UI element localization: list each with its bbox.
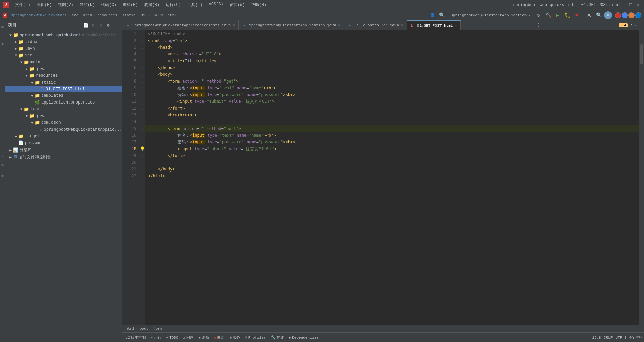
browser-icon2[interactable] (622, 12, 628, 18)
tab-app[interactable]: ☕ SpringbootWebQuickstartApplication.jav… (239, 20, 344, 30)
git-button[interactable]: 👤 (429, 11, 437, 19)
fold-21[interactable]: ⌄ (139, 166, 145, 173)
browser-chrome-icon[interactable] (615, 12, 621, 18)
tree-item-root[interactable]: ▼ 📁 springboot-web-quickstart D:\csdn\sp… (5, 32, 122, 39)
tree-item-extlib[interactable]: ▶ 📊 外部库 (5, 146, 122, 154)
tab-more-button[interactable]: ⋮ (535, 20, 543, 30)
translate-button[interactable]: A (585, 11, 593, 19)
code-line-19[interactable]: </form> (145, 152, 639, 159)
sidebar-close-icon[interactable]: ─ (112, 22, 119, 29)
tab-settings-icon[interactable]: ⋮ (638, 23, 642, 28)
browser-icon4[interactable] (635, 12, 641, 18)
tab-getpost[interactable]: 🗋 01.GET-POST.html ✕ (407, 20, 461, 30)
scrollbar-thumb[interactable] (640, 44, 643, 64)
breadcrumb-src[interactable]: src (72, 13, 79, 17)
tree-item-static[interactable]: ▼ 📁 static (5, 79, 122, 86)
expand-all-icon[interactable]: ⊞ (90, 22, 97, 29)
fold-22[interactable]: ⌄ (139, 173, 145, 179)
debug-button[interactable]: 🐛 (563, 11, 571, 19)
code-line-14[interactable] (145, 118, 639, 125)
fold-6[interactable]: ⌄ (139, 64, 145, 71)
tab-close-app[interactable]: ✕ (338, 23, 341, 27)
code-line-21[interactable]: </body> (145, 166, 639, 173)
menu-build[interactable]: 构建(B) (142, 1, 163, 8)
profile-button[interactable]: U (604, 11, 612, 19)
code-line-7[interactable]: <body> (145, 71, 639, 78)
refresh-button[interactable]: ↻ (535, 11, 543, 19)
problems-button[interactable]: ⚠ 问题 (181, 334, 196, 341)
run-button[interactable]: ▶ (554, 11, 562, 19)
search2-button[interactable]: 🔍 (595, 11, 603, 19)
sidebar-settings-icon[interactable]: ⚙ (105, 22, 112, 29)
code-line-10[interactable]: 密码： < input type = "password" name = "pa… (145, 91, 639, 98)
tree-item-getpost[interactable]: 🗋 01.GET-POST.html (5, 86, 122, 92)
code-line-1[interactable]: <!DOCTYPE html> (145, 30, 639, 37)
stop-button[interactable]: ■ (573, 11, 581, 19)
fold-12[interactable]: ⌄ (139, 105, 145, 112)
tree-item-java[interactable]: ▶ 📁 java (5, 66, 122, 72)
tree-item-pomxml[interactable]: 📄 pom.xml (5, 140, 122, 146)
code-line-2[interactable]: <html lang = "en" > (145, 37, 639, 44)
build-button[interactable]: 🔨 (544, 11, 552, 19)
code-line-9[interactable]: 姓名： < input type = "text" name = "name" … (145, 85, 639, 91)
fold-2[interactable]: ⌄ (139, 37, 145, 44)
fold-8[interactable]: ⌄ (139, 78, 145, 85)
breadcrumb-resources[interactable]: resources (97, 13, 117, 17)
collapse-all-icon[interactable]: ⊟ (98, 22, 104, 29)
warning-up-icon[interactable]: ∧ (630, 23, 633, 28)
version-control-button[interactable]: ⎇ 版本控制 (124, 334, 148, 341)
bc-html[interactable]: html (126, 327, 134, 331)
tree-item-tmpfiles[interactable]: ▶ 🖥 临时文件和控制台 (5, 154, 122, 161)
menu-refactor[interactable]: 重构(R) (120, 1, 141, 8)
menu-file[interactable]: 文件(F) (12, 1, 33, 8)
code-content[interactable]: <!DOCTYPE html> <html lang = "en" > <hea… (145, 30, 639, 325)
tab-close-tests[interactable]: ✕ (233, 23, 235, 27)
fold-7[interactable]: ⌄ (139, 71, 145, 78)
code-line-13[interactable]: <br><br><br> (145, 112, 639, 118)
breakpoints-button[interactable]: ◉ 断点 (212, 334, 227, 341)
run-config-dropdown[interactable]: SpringbootWebQuickstartApplication ▾ (448, 12, 533, 18)
dependencies-button[interactable]: ◈ Dependencies (287, 335, 321, 340)
tree-item-resources[interactable]: ▼ 📁 resources (5, 72, 122, 79)
breadcrumb-file[interactable]: 01.GET-POST.html (141, 13, 176, 17)
tree-item-appclass[interactable]: ☕ SpringbootWebQuickstartApplic... (5, 126, 122, 133)
fold-3[interactable]: ⌄ (139, 44, 145, 51)
sidebar-toggle-icon[interactable]: ◧ (0, 22, 5, 32)
left-icon4[interactable]: ⊡ (0, 170, 5, 181)
fold-19[interactable]: ⌄ (139, 152, 145, 159)
menu-vcs[interactable]: VCS(S) (206, 1, 226, 8)
tree-item-java2[interactable]: ▼ 📁 java (5, 113, 122, 119)
services-button[interactable]: ⚙ 服务 (228, 334, 242, 341)
new-file-icon[interactable]: 📄 (83, 22, 89, 29)
maximize-button[interactable]: □ (628, 2, 634, 8)
tree-item-src[interactable]: ▼ 📁 src (5, 52, 122, 59)
code-line-12[interactable]: </form> (145, 105, 639, 112)
menu-tools[interactable]: 工具(T) (185, 1, 206, 8)
search-button[interactable]: 🔍 (438, 11, 446, 19)
build-toolbar-button[interactable]: 🔧 构建 (269, 334, 286, 341)
code-line-22[interactable]: </html> (145, 173, 639, 179)
code-line-16[interactable]: 姓名： < input type = "text" name = "name" … (145, 132, 639, 139)
right-scrollbar[interactable] (639, 30, 644, 325)
warning-down-icon[interactable]: ∨ (634, 23, 637, 28)
close-button[interactable]: ✕ (635, 2, 641, 8)
tree-item-idea[interactable]: ▶ 📁 .idea (5, 39, 122, 45)
tree-item-test[interactable]: ▼ 📁 test (5, 106, 122, 113)
tree-item-mvn[interactable]: ▶ 📁 .mvn (5, 45, 122, 52)
menu-run[interactable]: 运行(U) (163, 1, 184, 8)
code-line-6[interactable]: </head> (145, 64, 639, 71)
tree-item-target[interactable]: ▶ 📁 target (5, 133, 122, 140)
code-line-15[interactable]: <form action = "" method = "post" > (145, 125, 639, 132)
tab-hello[interactable]: ☕ HelloController.java ✕ (344, 20, 407, 30)
code-line-18[interactable]: <input type = "submit" value = "提交表单POST… (145, 145, 639, 152)
fold-15[interactable]: ⌄ (139, 125, 145, 132)
profiler-button[interactable]: ⚡ Profiler (243, 335, 268, 340)
terminal-button[interactable]: ■ 终断 (196, 334, 211, 341)
tab-tests[interactable]: ☕ SpringbootWebQuickstartApplicationTest… (122, 20, 239, 30)
breadcrumb-main[interactable]: main (83, 13, 92, 17)
breadcrumb-static[interactable]: static (122, 13, 136, 17)
tree-item-main[interactable]: ▼ 📁 main (5, 59, 122, 66)
code-line-5[interactable]: <title> Title </title> (145, 58, 639, 64)
left-icon3[interactable]: ⊡ (0, 160, 5, 170)
breadcrumb-project[interactable]: springboot-web-quickstart (11, 13, 67, 17)
